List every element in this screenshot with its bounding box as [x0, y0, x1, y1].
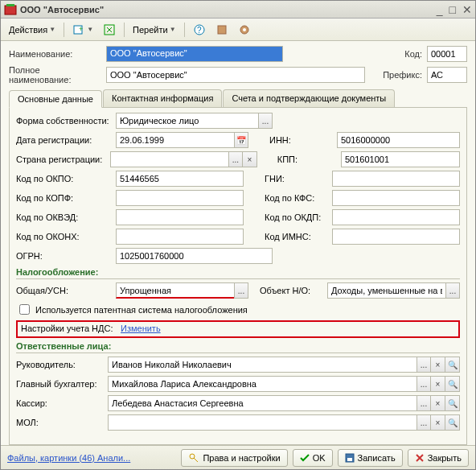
reg-country-label: Страна регистрации: [16, 155, 107, 164]
okdp-input[interactable] [332, 209, 460, 225]
persons-section-head: Ответственные лица: [16, 341, 460, 353]
okpo-input[interactable] [116, 171, 244, 187]
svg-line-11 [194, 458, 198, 462]
prefix-label: Префикс: [383, 70, 422, 80]
files-link[interactable]: Файлы, картинки (46) Анали... [7, 453, 130, 463]
cashier-input[interactable] [108, 395, 416, 411]
code-input[interactable] [427, 46, 467, 62]
tax-system-input[interactable] [116, 282, 234, 299]
fullname-label: Полное наименование: [9, 65, 101, 85]
okonx-label: Код по ОКОНХ: [16, 232, 113, 241]
prefix-input[interactable] [427, 67, 467, 83]
goto-menu[interactable]: Перейти ▼ [129, 23, 179, 36]
kopf-input[interactable] [116, 190, 244, 206]
save-button[interactable]: Записать [338, 449, 403, 467]
reg-country-input[interactable] [110, 151, 228, 167]
maximize-button[interactable]: □ [449, 3, 456, 16]
acc-label: Главный бухгалтер: [16, 379, 105, 389]
tab-accounts[interactable]: Счета и подтверждающие документы [223, 89, 395, 107]
name-label: Наименование: [9, 49, 101, 59]
gni-label: ГНИ: [265, 174, 329, 183]
owner-form-select-button[interactable]: ... [258, 113, 273, 129]
patent-checkbox[interactable] [19, 304, 30, 315]
kopf-label: Код по КОПФ: [16, 193, 113, 203]
ogrn-input[interactable] [116, 248, 273, 264]
owner-form-label: Форма собственности: [16, 116, 113, 126]
tab-contact[interactable]: Контактная информация [103, 89, 222, 107]
window-title: ООО "Автосервис" [20, 5, 437, 14]
code-label: Код: [404, 49, 422, 59]
cashier-clear-button[interactable]: × [431, 395, 445, 411]
svg-rect-13 [347, 458, 352, 461]
acc-input[interactable] [108, 376, 416, 392]
titlebar: ООО "Автосервис" _ □ ✕ [1, 1, 475, 19]
mol-select-button[interactable]: ... [416, 414, 431, 431]
save-icon [345, 453, 355, 463]
tab-main[interactable]: Основные данные [9, 90, 102, 108]
mol-search-button[interactable]: 🔍 [445, 414, 460, 431]
vat-settings-label: Настройки учета НДС: [21, 324, 117, 333]
acc-clear-button[interactable]: × [431, 376, 445, 392]
reg-date-calendar-button[interactable]: 📅 [234, 132, 248, 148]
kpp-label: КПП: [277, 155, 338, 164]
gni-input[interactable] [332, 171, 460, 187]
imns-label: Код ИМНС: [265, 232, 329, 241]
kfs-input[interactable] [332, 190, 460, 206]
reg-date-label: Дата регистрации: [16, 135, 113, 145]
rights-button[interactable]: Права и настройки [181, 449, 287, 467]
svg-rect-1 [6, 4, 14, 6]
fullname-input[interactable] [106, 67, 365, 83]
key-icon [188, 452, 199, 464]
tax-object-select-button[interactable]: ... [445, 282, 460, 299]
imns-input[interactable] [332, 229, 460, 245]
inn-input[interactable] [337, 132, 460, 148]
svg-text:+: + [79, 25, 83, 33]
tool-book-icon[interactable] [212, 22, 232, 38]
head-clear-button[interactable]: × [431, 357, 445, 373]
tab-body-main: Форма собственности: ... Дата регистраци… [9, 107, 467, 445]
tax-system-select-button[interactable]: ... [234, 282, 248, 299]
reg-country-select-button[interactable]: ... [228, 151, 243, 167]
tax-object-input[interactable] [327, 282, 445, 299]
name-input[interactable]: ООО "Автосервис" [106, 46, 283, 62]
reg-date-input[interactable] [116, 132, 234, 148]
svg-point-9 [243, 28, 246, 31]
tax-object-label: Объект Н/О: [260, 286, 324, 295]
cashier-label: Кассир: [16, 398, 105, 408]
head-search-button[interactable]: 🔍 [445, 357, 460, 373]
reg-country-clear-button[interactable]: × [243, 151, 257, 167]
mol-clear-button[interactable]: × [431, 414, 445, 431]
svg-rect-0 [5, 6, 16, 14]
patent-label: Используется патентная система налогообл… [35, 305, 248, 315]
cashier-select-button[interactable]: ... [416, 395, 431, 411]
kfs-label: Код по КФС: [265, 193, 329, 203]
tax-section-head: Налогообложение: [16, 267, 460, 279]
mol-input[interactable] [108, 414, 416, 431]
tax-system-label: Общая/УСН: [16, 286, 113, 295]
acc-search-button[interactable]: 🔍 [445, 376, 460, 392]
ogrn-label: ОГРН: [16, 251, 113, 261]
head-select-button[interactable]: ... [416, 357, 431, 373]
tabs: Основные данные Контактная информация Сч… [9, 89, 467, 107]
okonx-input[interactable] [116, 229, 244, 245]
cashier-search-button[interactable]: 🔍 [445, 395, 460, 411]
close-window-button[interactable]: ✕ [462, 3, 472, 16]
okved-input[interactable] [116, 209, 244, 225]
close-button[interactable]: Закрыть [408, 449, 469, 467]
vat-change-link[interactable]: Изменить [121, 324, 161, 333]
minimize-button[interactable]: _ [437, 3, 443, 16]
mol-label: МОЛ: [16, 418, 105, 427]
tool-gear-icon[interactable] [235, 22, 254, 38]
ok-button[interactable]: OK [293, 449, 333, 467]
tool-add-icon[interactable]: +▼ [69, 22, 96, 38]
okved-label: Код по ОКВЭД: [16, 212, 113, 222]
kpp-input[interactable] [341, 151, 460, 167]
check-icon [300, 453, 310, 463]
help-icon[interactable]: ? [190, 22, 209, 38]
head-input[interactable] [108, 357, 416, 373]
acc-select-button[interactable]: ... [416, 376, 431, 392]
owner-form-input[interactable] [116, 113, 258, 129]
app-icon [4, 3, 17, 16]
actions-menu[interactable]: Действия ▼ [6, 23, 59, 36]
tool-refresh-icon[interactable] [100, 22, 119, 38]
